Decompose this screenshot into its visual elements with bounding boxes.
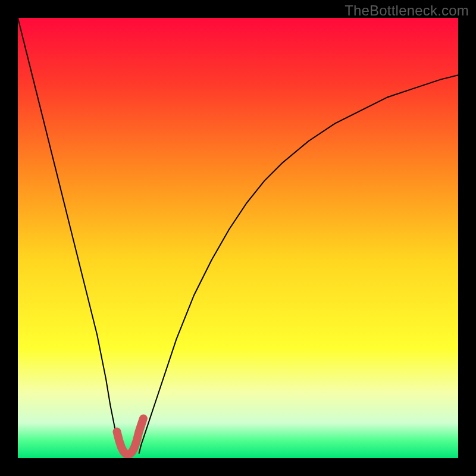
- gradient-background: [18, 18, 458, 458]
- watermark-text: TheBottleneck.com: [345, 2, 469, 19]
- plot-svg: [18, 18, 458, 458]
- chart-container: TheBottleneck.com: [0, 0, 476, 476]
- plot-area: [18, 18, 458, 458]
